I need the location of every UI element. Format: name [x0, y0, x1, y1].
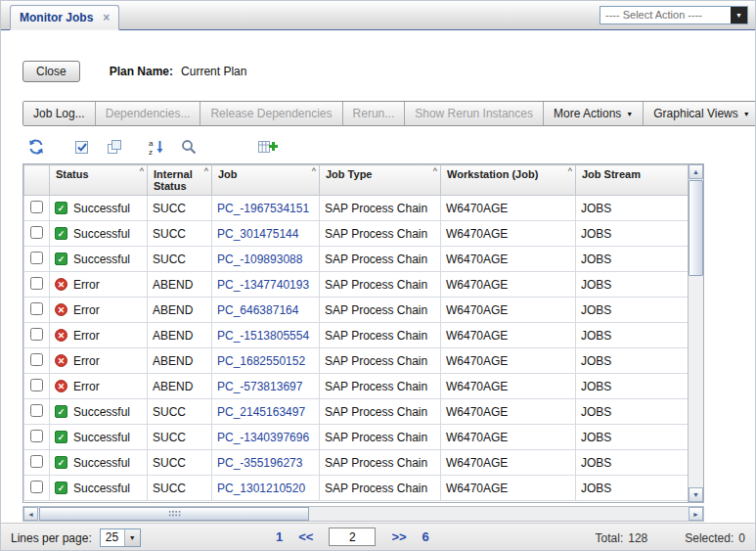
header-job-type[interactable]: Job Type ^ — [320, 165, 441, 196]
job-link[interactable]: PC_-355196273 — [217, 456, 302, 470]
status-cell: ✓ Successful — [50, 476, 148, 501]
job-link[interactable]: PC_-109893088 — [217, 253, 302, 266]
sort-caret-icon[interactable]: ^ — [312, 166, 316, 176]
row-checkbox[interactable] — [30, 201, 43, 213]
header-status[interactable]: Status ^ — [50, 165, 148, 196]
job-link[interactable]: PC_-1340397696 — [217, 431, 309, 444]
row-checkbox[interactable] — [30, 328, 43, 341]
job-type-cell: SAP Process Chain — [320, 272, 441, 298]
job-link[interactable]: PC_1682550152 — [217, 354, 305, 368]
row-checkbox-cell — [24, 298, 50, 323]
sort-caret-icon[interactable]: ^ — [433, 166, 437, 176]
page-last-link[interactable]: 6 — [422, 529, 429, 544]
lines-per-page-select[interactable]: 25 ▼ — [100, 528, 141, 547]
scroll-down-button[interactable]: ▼ — [689, 487, 703, 502]
more-actions-button[interactable]: More Actions ▼ — [544, 102, 644, 125]
header-status-label: Status — [56, 168, 89, 180]
row-checkbox[interactable] — [30, 277, 43, 290]
row-checkbox[interactable] — [30, 379, 43, 391]
refresh-button[interactable] — [24, 135, 48, 159]
status-label: Successful — [73, 227, 130, 241]
success-status-icon: ✓ — [55, 202, 67, 214]
select-column-header — [24, 165, 50, 196]
sort-caret-icon[interactable]: ^ — [204, 166, 208, 176]
row-checkbox[interactable] — [30, 455, 43, 468]
scroll-right-button[interactable]: ► — [689, 507, 703, 521]
error-status-icon: ✕ — [55, 278, 67, 291]
header-workstation[interactable]: Workstation (Job) ^ — [441, 165, 576, 196]
status-cell: ✓ Successful — [50, 247, 148, 272]
row-checkbox[interactable] — [30, 481, 43, 493]
row-checkbox[interactable] — [30, 226, 43, 239]
status-label: Error — [73, 329, 100, 343]
table-row: ✕ Error ABEND PC_-573813697 SAP Process … — [24, 374, 689, 399]
sort-button[interactable]: a z — [145, 135, 168, 159]
page-first-link[interactable]: 1 — [276, 529, 283, 544]
job-link[interactable]: PC_646387164 — [217, 303, 298, 317]
total-value: 128 — [628, 531, 647, 545]
status-cell: ✓ Successful — [50, 450, 148, 476]
header-job[interactable]: Job ^ — [212, 165, 320, 196]
job-log-button[interactable]: Job Log... — [23, 102, 96, 125]
header-job-stream[interactable]: Job Stream — [576, 165, 689, 196]
graphical-views-button[interactable]: Graphical Views ▼ — [644, 102, 756, 125]
job-link[interactable]: PC_1301210520 — [217, 482, 305, 495]
header-internal-status[interactable]: Internal Status ^ — [148, 165, 212, 196]
deselect-all-icon — [106, 138, 123, 156]
tab-close-icon[interactable]: × — [103, 11, 110, 24]
scroll-left-button[interactable]: ◄ — [23, 507, 38, 521]
job-stream-cell: JOBS — [576, 348, 689, 374]
row-checkbox[interactable] — [30, 353, 43, 366]
internal-status-cell: ABEND — [148, 348, 212, 374]
scroll-up-button[interactable]: ▲ — [689, 164, 703, 179]
row-checkbox[interactable] — [30, 404, 43, 417]
find-button[interactable] — [177, 135, 200, 159]
chevron-down-icon[interactable]: ▼ — [731, 7, 747, 23]
internal-status-cell: SUCC — [148, 425, 212, 450]
select-all-button[interactable] — [70, 135, 94, 159]
job-link[interactable]: PC_-573813697 — [217, 380, 302, 393]
current-page-input[interactable] — [329, 528, 376, 546]
vertical-scroll-thumb[interactable] — [689, 180, 703, 276]
deselect-all-button[interactable] — [103, 135, 126, 159]
header-internal-status-label: Internal Status — [154, 168, 193, 192]
error-status-icon: ✕ — [55, 303, 67, 316]
row-checkbox-cell — [24, 374, 50, 399]
header-job-type-label: Job Type — [326, 168, 372, 180]
close-button[interactable]: Close — [22, 61, 80, 82]
vertical-scrollbar[interactable]: ▲ ▼ — [688, 164, 703, 502]
status-cell: ✕ Error — [50, 272, 148, 298]
status-label: Error — [73, 278, 100, 292]
sort-caret-icon[interactable]: ^ — [140, 166, 144, 176]
workstation-cell: W6470AGE — [441, 476, 576, 501]
horizontal-scrollbar[interactable]: ◄ ► — [22, 506, 704, 522]
job-link[interactable]: PC_-1347740193 — [217, 278, 309, 292]
job-link[interactable]: PC_2145163497 — [217, 405, 305, 419]
status-label: Successful — [73, 405, 130, 419]
job-stream-cell: JOBS — [576, 476, 689, 501]
job-stream-cell: JOBS — [576, 450, 689, 476]
row-checkbox[interactable] — [30, 430, 43, 442]
row-checkbox[interactable] — [30, 252, 43, 264]
job-link[interactable]: PC_-1513805554 — [217, 329, 309, 343]
row-checkbox-cell — [24, 450, 50, 476]
page-next-link[interactable]: >> — [391, 529, 406, 544]
totals: Total: 128 Selected: 0 — [596, 531, 745, 545]
select-action-dropdown[interactable]: ---- Select Action ---- ▼ — [600, 6, 748, 24]
table-header-row: Status ^ Internal Status ^ Job ^ Job Typ… — [24, 165, 689, 196]
sort-caret-icon[interactable]: ^ — [568, 166, 572, 176]
row-checkbox-cell — [24, 348, 50, 374]
monitor-jobs-page: { "tab": { "label": "Monitor Jobs" }, "s… — [0, 0, 756, 551]
header-job-stream-label: Job Stream — [582, 168, 641, 180]
tab-monitor-jobs[interactable]: Monitor Jobs × — [10, 5, 119, 30]
chevron-down-icon[interactable]: ▼ — [124, 529, 140, 546]
add-job-button[interactable] — [254, 135, 282, 159]
row-checkbox-cell — [24, 323, 50, 348]
job-link[interactable]: PC_-1967534151 — [217, 202, 309, 215]
scroll-grip-icon — [168, 510, 181, 518]
horizontal-scroll-thumb[interactable] — [39, 507, 309, 521]
table-row: ✓ Successful SUCC PC_301475144 SAP Proce… — [24, 221, 689, 247]
page-prev-link[interactable]: << — [298, 529, 313, 544]
row-checkbox[interactable] — [30, 302, 43, 315]
job-link[interactable]: PC_301475144 — [217, 227, 298, 241]
